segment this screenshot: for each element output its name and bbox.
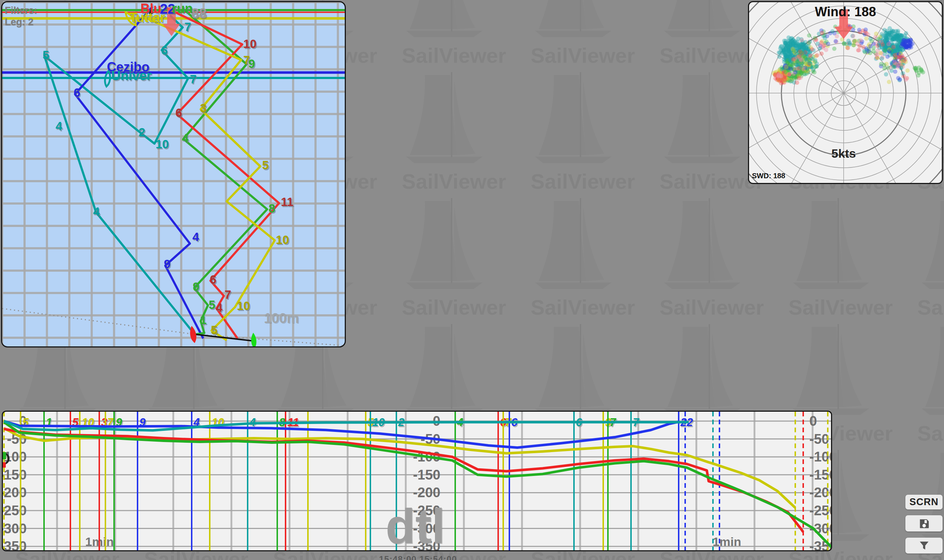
polar-dot — [779, 45, 783, 49]
start-marker-red — [3, 462, 6, 468]
y-axis-label: -50 — [809, 432, 829, 447]
polar-dot — [868, 51, 873, 55]
polar-dot — [890, 69, 894, 73]
polar-dot — [818, 46, 822, 51]
polar-dot — [846, 46, 850, 50]
wind-title: Wind: 188 — [749, 4, 942, 20]
polar-dot — [868, 44, 873, 48]
polar-dot — [908, 38, 913, 42]
polar-dot — [886, 42, 890, 46]
polar-dot — [799, 51, 804, 55]
polar-dot — [899, 44, 904, 48]
polar-dot — [815, 64, 819, 69]
polar-dot — [823, 36, 827, 40]
polar-dot — [783, 70, 788, 74]
time-axis-labels: 15:48:00 15:54:00 — [379, 554, 457, 560]
polar-dot — [885, 34, 890, 38]
polar-dot — [788, 79, 793, 84]
tack-number: 6 — [161, 44, 168, 57]
boat-name-label: 88 — [191, 6, 206, 21]
filter-icon — [918, 540, 930, 551]
tack-number: 7 — [185, 20, 191, 34]
polar-dot — [899, 55, 903, 60]
tack-number: 3 — [200, 102, 206, 115]
polar-dot — [898, 62, 902, 66]
polar-dot — [884, 72, 889, 77]
polar-dot — [864, 37, 869, 41]
polar-dot — [906, 69, 910, 73]
polar-dot — [784, 65, 788, 69]
polar-dot — [826, 42, 830, 46]
polar-dot — [852, 43, 856, 47]
tack-number: 4 — [182, 131, 189, 145]
polar-dot — [851, 34, 856, 38]
polar-dot — [808, 54, 813, 58]
screenshot-button[interactable]: SCRN — [906, 495, 942, 509]
polar-dot — [797, 76, 801, 80]
polar-dot — [869, 39, 874, 43]
polar-dot — [832, 46, 836, 51]
tack-number: 6 — [74, 86, 80, 99]
swd-label: SWD: 188 — [752, 172, 785, 180]
polar-dot — [799, 38, 804, 42]
polar-dot — [824, 48, 829, 52]
polar-dot — [904, 78, 908, 82]
polar-dot — [878, 51, 882, 55]
polar-dot — [812, 70, 816, 75]
map-canvas[interactable]: 7766772210104455446644991010661111667744… — [2, 2, 345, 346]
polar-dot — [810, 47, 815, 52]
polar-dot — [864, 46, 869, 51]
tack-number: 7 — [225, 288, 231, 301]
polar-dot — [916, 73, 921, 78]
tack-number: 4 — [192, 230, 199, 243]
screenshot-button-label: SCRN — [909, 497, 939, 508]
polar-dot — [780, 67, 784, 71]
save-button[interactable] — [906, 515, 942, 531]
polar-dot — [799, 43, 803, 47]
polar-dot — [813, 36, 817, 40]
tack-number: 10 — [243, 37, 257, 51]
boat-hull — [251, 333, 257, 346]
tack-number: 4 — [216, 301, 223, 314]
boat-name-label: Tuttar — [129, 10, 165, 25]
y-axis-label: -150 — [413, 467, 440, 482]
polar-dot — [816, 42, 820, 46]
tack-number: 1 — [200, 313, 206, 326]
y-axis-label: 0 — [809, 414, 817, 429]
tack-number: 9 — [164, 257, 170, 271]
polar-dot — [881, 42, 885, 46]
polar-dot — [782, 38, 787, 43]
boat-name-label: run — [172, 2, 193, 16]
boat-marker — [251, 333, 257, 346]
polar-dot — [876, 37, 881, 41]
polar-dot — [891, 45, 896, 49]
map-scale-label: 100m — [264, 311, 299, 326]
polar-dot — [807, 33, 811, 37]
y-axis-label: -300 — [3, 521, 27, 536]
polar-dot — [833, 39, 838, 43]
y-axis-label: -350 — [3, 539, 27, 550]
track-cezibord — [75, 6, 203, 338]
polar-dot — [887, 49, 892, 54]
polar-dot — [896, 76, 900, 80]
tack-number: 8 — [269, 202, 275, 215]
polar-dot — [882, 63, 886, 67]
polar-dot — [892, 61, 897, 65]
leg-label: Leg: 2 — [5, 17, 34, 28]
polar-dot — [807, 61, 812, 65]
dtl-watermark: dtl — [385, 498, 445, 551]
polar-dot — [917, 66, 921, 70]
polar-dot — [882, 48, 887, 53]
polar-dot — [807, 41, 811, 45]
polar-dot — [795, 80, 799, 85]
dtl-chart-panel[interactable]: dtl 000-50-50-50-100-100-100-150-150-150… — [2, 411, 832, 551]
polar-dot — [893, 69, 898, 74]
filters-label: Filters: — [5, 5, 37, 16]
filter-button[interactable] — [906, 538, 942, 554]
dtl-series-tuttafor — [4, 428, 795, 508]
y-axis-label: -150 — [3, 467, 27, 482]
polar-dot — [793, 70, 798, 74]
polar-dot — [792, 49, 796, 53]
polar-dot — [835, 34, 839, 38]
race-map[interactable]: 7766772210104455446644991010661111667744… — [1, 1, 346, 348]
